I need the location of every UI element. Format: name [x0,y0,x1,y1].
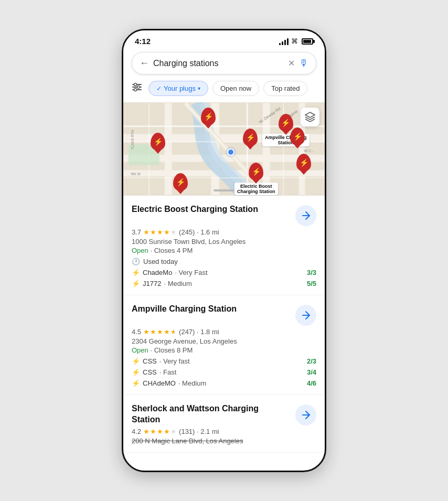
signal-icon [279,38,289,45]
map-pin-7[interactable]: ⚡ [173,173,188,191]
charger-speed-2-2: · Medium [178,379,206,387]
search-bar: ← Charging stations ✕ 🎙 [132,52,316,74]
charger-row-1-0: ⚡ ChadeMo · Very Fast 3/3 [132,269,316,276]
map-pin-1[interactable]: ⚡ [201,108,216,125]
results-list: Electric Boost Charging Station 3.7 ★ ★ … [123,196,325,465]
station-name-1: Electric Boost Charging Station [132,204,295,215]
bolt-icon-4: ⚡ [132,368,140,376]
charger-avail-1-1: 5/5 [307,280,316,287]
charger-avail-2-2: 4/6 [307,379,316,387]
station-card-1[interactable]: Electric Boost Charging Station 3.7 ★ ★ … [123,196,325,295]
battery-icon [302,38,313,45]
status-1: Open · Closes 4 PM [132,247,316,254]
filter-chip-your-plugs[interactable]: ✓ Your plugs ▾ [148,81,208,96]
back-button[interactable]: ← [140,58,149,69]
charger-speed-1-1: · Medium [164,280,191,287]
svg-marker-28 [305,112,315,118]
rating-1: 3.7 [132,228,141,236]
status-icons: ⌘ [279,37,313,45]
filter-chip-open-now[interactable]: Open now [212,81,259,96]
charger-speed-1-0: · Very Fast [175,269,207,276]
check-icon: ✓ [156,85,162,92]
filter-label-your-plugs: Your plugs [164,84,196,92]
filter-label-open-now: Open now [220,84,251,92]
charger-name-2-0: CSS [143,357,157,365]
direction-button-1[interactable] [295,205,316,226]
station-name-2: Ampville Charging Station [132,304,295,315]
phone-frame: 4:12 ⌘ ← Charging stations ✕ 🎙 [122,29,326,472]
charger-avail-1-0: 3/3 [307,269,316,276]
mic-button[interactable]: 🎙 [299,58,308,69]
clear-button[interactable]: ✕ [288,58,295,68]
charger-name-1-1: J1772 [143,280,161,287]
user-location-dot [227,148,234,156]
svg-point-4 [137,86,140,89]
charger-name-2-1: CSS [143,368,157,376]
map-layer-button[interactable] [301,108,319,126]
direction-button-3[interactable] [295,404,316,425]
reviews-1: (245) · 1.6 mi [179,228,219,236]
charger-row-2-0: ⚡ CSS · Very fast 2/3 [132,357,316,365]
wifi-icon: ⌘ [291,37,298,45]
charger-avail-2-1: 3/4 [307,368,316,376]
rating-2: 4.5 [132,328,141,336]
reviews-3: (131) · 2.1 mi [179,428,219,435]
status-2: Open · Closes 8 PM [132,346,316,354]
rating-3: 4.2 [132,428,141,435]
search-query: Charging stations [153,59,284,68]
address-2: 2304 George Avenue, Los Angeles [132,337,316,345]
svg-text:6th St: 6th St [131,172,141,176]
status-bar: 4:12 ⌘ [123,30,325,48]
bolt-icon: ⚡ [132,269,140,276]
stars-1: ★ ★ ★ ★ ★ [143,228,177,236]
svg-text:TLAKE RTH: TLAKE RTH [131,130,134,150]
filter-sliders-icon[interactable] [130,80,144,97]
search-bar-area: ← Charging stations ✕ 🎙 [123,48,325,80]
station-card-2[interactable]: Ampville Charging Station 4.5 ★ ★ ★ ★ ★ [123,295,325,395]
svg-rect-10 [165,103,172,195]
reviews-2: (247) · 1.8 mi [179,328,219,336]
map-area[interactable]: W. Dewap Rd Alpine 6th St TLAKE RTH W C.… [123,102,325,196]
charger-avail-2-0: 2/3 [307,357,316,365]
station-name-3: Sherlock and Wattson Charging Station [132,403,295,425]
charger-speed-2-0: · Very fast [159,357,190,365]
filter-chip-top-rated[interactable]: Top rated [263,81,307,96]
station-card-3[interactable]: Sherlock and Wattson Charging Station 4.… [123,395,325,453]
direction-button-2[interactable] [295,305,316,326]
charger-row-2-2: ⚡ CHAdeMO · Medium 4/6 [132,379,316,387]
svg-text:W C...: W C... [304,149,314,153]
map-pin-4[interactable]: ⚡ [243,129,258,146]
charger-row-2-1: ⚡ CSS · Fast 3/4 [132,368,316,376]
bolt-icon-3: ⚡ [132,357,140,365]
stars-2: ★ ★ ★ ★ ★ [143,328,177,336]
map-pin-electric-boost[interactable]: ⚡ Electric BoostCharging Station [234,163,278,195]
map-pin-3[interactable]: ⚡ [151,133,165,151]
used-today-text: Used today [143,258,178,265]
charger-name-1-0: ChadeMo [143,269,172,276]
filter-row: ✓ Your plugs ▾ Open now Top rated [123,80,325,102]
address-3: 200 N Magic Lane Blvd, Los Angeles [132,437,316,445]
svg-point-5 [134,89,137,91]
svg-point-3 [134,83,137,86]
bolt-icon-2: ⚡ [132,280,140,287]
filter-label-top-rated: Top rated [271,84,300,92]
charger-row-1-1: ⚡ J1772 · Medium 5/5 [132,280,316,287]
status-time: 4:12 [135,37,151,46]
stars-3: ★ ★ ★ ★ ★ [143,428,177,435]
charger-speed-2-1: · Fast [159,368,177,376]
bolt-icon-5: ⚡ [132,379,140,387]
map-pin-6[interactable]: ⚡ [296,154,311,172]
map-pin-5[interactable]: ⚡ [290,127,305,145]
clock-icon: 🕐 [132,258,140,265]
used-today-row: 🕐 Used today [132,258,316,265]
address-1: 1000 Sunrise Town Blvd, Los Angeles [132,238,316,246]
map-drag-handle[interactable] [214,189,234,191]
dropdown-icon: ▾ [198,86,200,91]
charger-name-2-2: CHAdeMO [143,379,176,387]
